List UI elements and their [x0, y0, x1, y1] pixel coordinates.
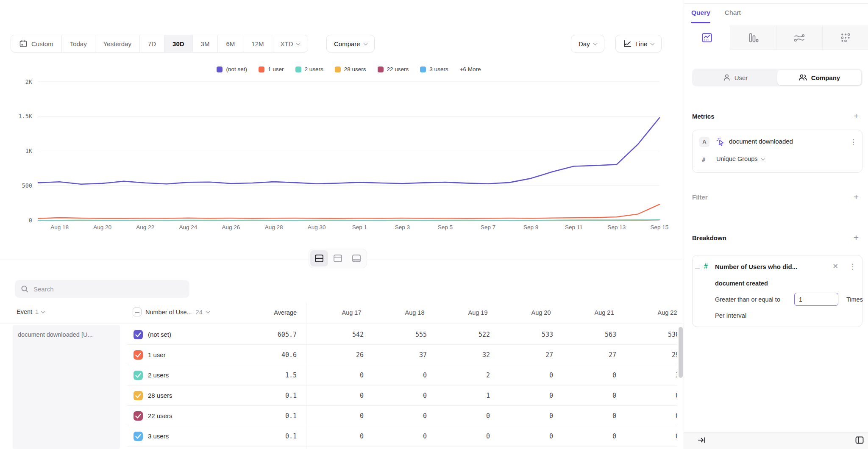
- breakdown-heading: Breakdown: [692, 234, 726, 241]
- sidebar-tabs: Query Chart: [691, 4, 741, 23]
- tab-chart[interactable]: Chart: [725, 4, 741, 23]
- range-label: 12M: [251, 40, 264, 47]
- select-all-checkbox[interactable]: [133, 308, 142, 316]
- range-button-3m[interactable]: 3M: [193, 35, 218, 52]
- chevron-down-icon: [593, 41, 597, 45]
- chevron-down-icon: [206, 309, 210, 313]
- drag-handle-icon[interactable]: [695, 266, 700, 270]
- chart-type-tab-bar: [684, 25, 868, 50]
- layout-table-only-button[interactable]: [348, 250, 365, 266]
- table-row-1-user: 1 user40.6263732272729: [127, 345, 677, 365]
- collapse-sidebar-icon[interactable]: [698, 436, 706, 445]
- row-value-cell: 0: [383, 365, 446, 385]
- chart-type-dropdown[interactable]: Line: [615, 35, 662, 53]
- row-value-cell: 0: [509, 365, 573, 385]
- range-button-custom[interactable]: Custom: [11, 35, 62, 52]
- layout-chart-only-button[interactable]: [329, 250, 347, 266]
- date-column-header: Aug 21: [573, 309, 636, 316]
- metric-menu-button[interactable]: ⋮: [850, 139, 857, 146]
- row-value-cell: 3: [636, 365, 677, 385]
- x-axis-tick: Aug 24: [179, 224, 197, 230]
- bar-chart-icon: [748, 33, 759, 43]
- close-icon[interactable]: ✕: [833, 262, 838, 270]
- row-value-cell: 522: [446, 324, 509, 345]
- row-label: (not set): [148, 324, 171, 345]
- x-axis-tick: Aug 26: [222, 224, 240, 230]
- row-values: 000000: [320, 406, 677, 426]
- row-checkbox-3-users[interactable]: [134, 432, 143, 441]
- range-button-6m[interactable]: 6M: [218, 35, 243, 52]
- compare-button[interactable]: Compare: [326, 35, 375, 53]
- add-metric-button[interactable]: +: [851, 111, 861, 121]
- row-average: 0.1: [233, 385, 297, 406]
- date-column-headers: Aug 17Aug 18Aug 19Aug 20Aug 21Aug 22: [320, 309, 677, 316]
- filter-heading: Filter: [692, 194, 708, 201]
- table-scrollbar[interactable]: [679, 327, 683, 378]
- row-checkbox-2-users[interactable]: [134, 371, 143, 380]
- add-filter-button[interactable]: +: [851, 192, 861, 202]
- date-column-header: Aug 20: [509, 309, 573, 316]
- range-button-30d[interactable]: 30D: [164, 35, 193, 52]
- add-breakdown-button[interactable]: +: [851, 233, 861, 243]
- row-value-cell: 0: [320, 385, 383, 406]
- y-axis-tick: 0: [29, 217, 32, 224]
- chart-type-tab-line-chart[interactable]: [684, 25, 730, 50]
- timeseries-chart: 05001K1.5K2KAug 18Aug 20Aug 22Aug 24Aug …: [0, 59, 684, 241]
- row-value-cell: 0: [573, 385, 636, 406]
- series-count: 24: [196, 309, 203, 316]
- scope-option-company[interactable]: Company: [777, 70, 861, 85]
- chart-type-tab-bar-chart[interactable]: [730, 25, 776, 50]
- row-checkbox-1-user[interactable]: [134, 350, 143, 360]
- row-value-cell: 0: [509, 385, 573, 406]
- condition-value-input[interactable]: [794, 293, 838, 306]
- range-button-7d[interactable]: 7D: [140, 35, 164, 52]
- event-pointer-icon: [716, 137, 726, 148]
- event-column-header[interactable]: Event 1: [17, 308, 45, 315]
- chart-type-label: Line: [635, 40, 647, 47]
- x-axis-tick: Sep 15: [651, 224, 669, 230]
- range-button-today[interactable]: Today: [62, 35, 95, 52]
- table-row-2-users: 2 users1.5002003: [127, 365, 677, 385]
- check-icon: [134, 391, 143, 400]
- row-value-cell: 0: [573, 426, 636, 446]
- per-interval-label: Per Interval: [715, 312, 746, 319]
- analytics-app: CustomTodayYesterday7D30D3M6M12MXTD Comp…: [0, 0, 868, 449]
- row-label: 28 users: [148, 385, 172, 406]
- split-view-icon: [314, 254, 324, 263]
- range-button-yesterday[interactable]: Yesterday: [95, 35, 140, 52]
- range-button-12m[interactable]: 12M: [243, 35, 272, 52]
- x-axis-tick: Sep 13: [607, 224, 626, 230]
- date-range-group: CustomTodayYesterday7D30D3M6M12MXTD: [11, 35, 308, 53]
- x-axis-tick: Sep 1: [352, 224, 367, 230]
- scope-option-user[interactable]: User: [693, 70, 777, 85]
- compare-label: Compare: [334, 40, 360, 47]
- row-value-cell: 0: [509, 406, 573, 426]
- scope-toggle: User Company: [692, 69, 862, 86]
- check-icon: [134, 432, 143, 441]
- event-list-item[interactable]: document downloaded [U...: [13, 325, 120, 344]
- sidebar-bottom-bar: [684, 432, 868, 449]
- calendar-icon: [19, 39, 28, 48]
- row-checkbox--not-set-[interactable]: [134, 330, 143, 339]
- panel-layout-icon[interactable]: [855, 436, 864, 446]
- search-input[interactable]: [33, 285, 184, 293]
- tab-query[interactable]: Query: [691, 4, 710, 23]
- x-axis-tick: Sep 11: [565, 224, 583, 230]
- row-value-cell: 0: [573, 406, 636, 426]
- check-icon: [134, 411, 143, 421]
- breakdown-menu-button[interactable]: ⋮: [849, 263, 856, 270]
- table-row-22-users: 22 users0.1000000: [127, 406, 677, 426]
- measure-dropdown[interactable]: Unique Groups: [716, 155, 765, 162]
- measure-hash-icon: #: [702, 156, 705, 163]
- layout-split-view-button[interactable]: [310, 250, 328, 266]
- interval-dropdown[interactable]: Day: [571, 35, 604, 53]
- row-values: 001000: [320, 385, 677, 406]
- chart-type-tab-flow-chart[interactable]: [776, 25, 822, 50]
- row-checkbox-22-users[interactable]: [134, 411, 143, 421]
- chevron-down-icon: [651, 41, 655, 45]
- y-axis-tick: 500: [22, 182, 32, 189]
- metric-card[interactable]: A document downloaded ⋮ # Unique Groups: [692, 130, 862, 173]
- range-button-xtd[interactable]: XTD: [272, 35, 308, 52]
- chart-type-tab-scatter-grid[interactable]: [822, 25, 868, 50]
- row-checkbox-28-users[interactable]: [134, 391, 143, 400]
